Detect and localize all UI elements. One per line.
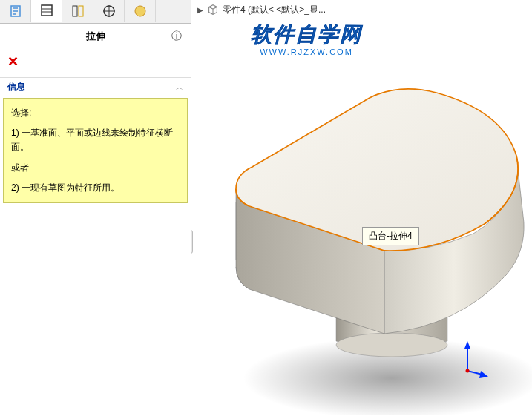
watermark-url: WWW.RJZXW.COM <box>251 47 362 56</box>
svg-rect-4 <box>79 6 83 16</box>
breadcrumb-text: 零件4 (默认< <默认>_显... <box>223 4 326 16</box>
panel-title: 拉伸 <box>86 30 105 43</box>
tab-property-manager[interactable] <box>31 0 62 22</box>
breadcrumb[interactable]: ▶ 零件4 (默认< <默认>_显... <box>197 3 326 16</box>
panel-grip[interactable] <box>191 230 193 254</box>
property-manager-icon <box>39 3 54 18</box>
info-box: 选择: 1) 一基准面、平面或边线来绘制特征横断面。 或者 2) 一现有草图为特… <box>3 98 188 203</box>
feature-tooltip: 凸台-拉伸4 <box>362 227 419 245</box>
panel-tab-bar <box>0 0 191 24</box>
feature-manager-icon <box>8 4 23 19</box>
svg-marker-15 <box>479 371 488 378</box>
svg-marker-13 <box>464 341 470 349</box>
info-section-header[interactable]: 信息 ︿ <box>0 77 191 96</box>
tab-display-manager[interactable] <box>125 0 156 22</box>
dimxpert-icon <box>102 4 116 19</box>
chevron-up-icon[interactable]: ︿ <box>176 82 183 93</box>
info-or: 或者 <box>11 161 180 175</box>
viewport-3d[interactable]: ▶ 零件4 (默认< <默认>_显... 软件自学网 WWW.RJZXW.COM <box>191 0 532 419</box>
help-icon[interactable]: ⓘ <box>171 30 182 43</box>
tab-config-manager[interactable] <box>62 0 93 22</box>
watermark-text: 软件自学网 <box>251 21 362 49</box>
info-option-1: 1) 一基准面、平面或边线来绘制特征横断面。 <box>11 126 180 154</box>
info-option-2: 2) 一现有草图为特征所用。 <box>11 181 180 195</box>
origin-triad-icon <box>459 341 488 378</box>
info-section-label: 信息 <box>7 81 25 93</box>
svg-point-16 <box>466 369 470 373</box>
panel-title-bar: 拉伸 ⓘ <box>0 24 191 49</box>
display-manager-icon <box>133 4 148 19</box>
svg-rect-0 <box>42 5 52 16</box>
property-panel: 拉伸 ⓘ ✕ 信息 ︿ 选择: 1) 一基准面、平面或边线来绘制特征横断面。 或… <box>0 0 191 419</box>
close-button[interactable]: ✕ <box>7 54 19 69</box>
config-manager-icon <box>70 4 85 19</box>
info-select-label: 选择: <box>11 106 180 120</box>
svg-point-8 <box>135 6 145 16</box>
tab-dimxpert[interactable] <box>93 0 125 22</box>
svg-rect-3 <box>73 6 77 16</box>
part-icon <box>206 3 220 16</box>
close-row: ✕ <box>0 49 191 77</box>
svg-point-10 <box>336 333 447 357</box>
tab-feature-manager[interactable] <box>0 0 31 22</box>
model-3d[interactable]: 凸台-拉伸4 <box>206 59 532 419</box>
breadcrumb-arrow-icon: ▶ <box>197 6 203 14</box>
watermark: 软件自学网 WWW.RJZXW.COM <box>251 21 362 56</box>
